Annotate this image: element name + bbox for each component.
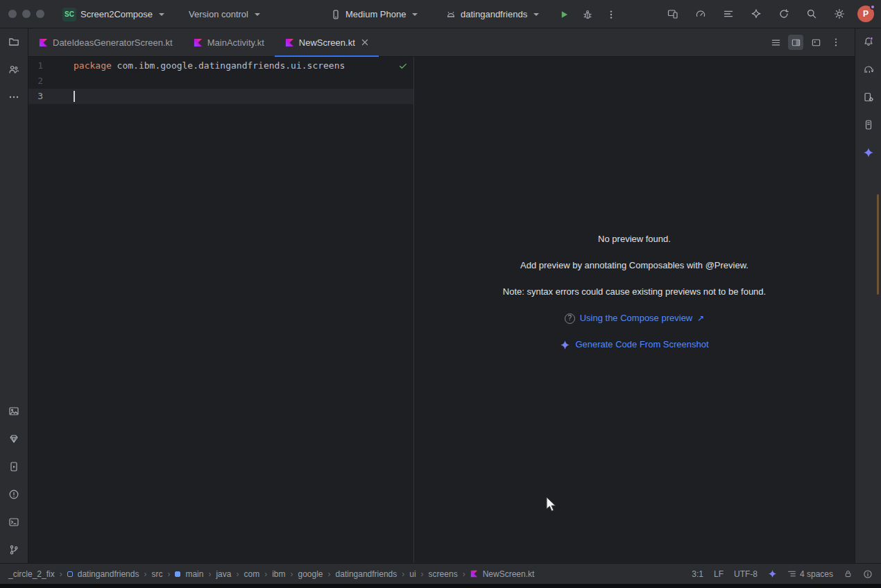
profiler-button[interactable] <box>691 4 710 24</box>
breadcrumb-separator: › <box>60 569 62 579</box>
device-mirroring-button[interactable] <box>663 4 683 24</box>
caret-position-widget[interactable]: 3:1 <box>692 569 703 579</box>
mouse-cursor <box>545 496 558 513</box>
kebab-icon <box>831 37 841 47</box>
android-studio-window: SC Screen2Compose Version control Medium… <box>0 0 881 588</box>
terminal-button[interactable] <box>4 512 24 532</box>
preview-note: Note: syntax errors could cause existing… <box>414 286 855 297</box>
avatar-initial: P <box>863 9 869 19</box>
line-number: 2 <box>28 74 43 89</box>
close-tab-button[interactable] <box>361 39 368 46</box>
breadcrumb-item[interactable]: google <box>298 569 323 579</box>
window-close-button[interactable] <box>8 10 17 18</box>
project-selector[interactable]: SC Screen2Compose <box>57 5 170 24</box>
debug-button[interactable] <box>578 5 597 24</box>
indent-widget[interactable]: 4 spaces <box>787 569 833 579</box>
kebab-icon <box>606 10 616 19</box>
ai-assistant-button[interactable] <box>746 4 766 24</box>
project-tool-button[interactable] <box>4 32 24 51</box>
breadcrumb-item[interactable]: screens <box>429 569 458 579</box>
chevron-down-icon <box>533 13 539 16</box>
left-tool-strip <box>0 28 28 563</box>
split-view-button[interactable] <box>788 35 803 50</box>
breadcrumb: _circle_2_fix › datingandfriends › src ›… <box>8 569 534 579</box>
window-zoom-button[interactable] <box>36 10 44 18</box>
sync-gradle-button[interactable] <box>774 4 794 24</box>
window-minimize-button[interactable] <box>22 10 31 18</box>
right-tool-strip <box>855 28 881 563</box>
breadcrumb-item[interactable]: _circle_2_fix <box>8 569 55 579</box>
commit-tool-button[interactable] <box>4 60 24 79</box>
module-icon <box>67 571 73 577</box>
code-view-button[interactable] <box>768 35 783 50</box>
notifications-button[interactable] <box>859 32 878 51</box>
gemini-status-widget[interactable] <box>768 569 777 578</box>
breadcrumb-item[interactable]: main <box>185 569 203 579</box>
line-number: 3 <box>28 89 43 104</box>
tab-label: NewScreen.kt <box>299 37 355 48</box>
problems-button[interactable] <box>4 485 24 504</box>
breadcrumb-separator: › <box>402 569 404 579</box>
gemini-icon <box>863 147 874 158</box>
terminal-icon <box>8 517 19 528</box>
app-icon <box>445 9 456 20</box>
inspections-widget[interactable] <box>398 61 408 73</box>
breadcrumb-separator: › <box>144 569 146 579</box>
notifications-status-button[interactable] <box>863 569 873 579</box>
chevron-down-icon <box>159 13 164 16</box>
bug-icon <box>582 9 593 20</box>
tab-newscreen[interactable]: NewScreen.kt <box>275 28 379 56</box>
encoding-widget[interactable]: UTF-8 <box>734 569 758 579</box>
breadcrumb-item[interactable]: ui <box>409 569 416 579</box>
user-avatar[interactable]: P <box>857 6 874 22</box>
breadcrumb-item[interactable]: datingandfriends <box>336 569 397 579</box>
device-explorer-button[interactable] <box>859 115 878 135</box>
build-variants-button[interactable] <box>4 429 24 449</box>
editor-more-button[interactable] <box>828 35 844 50</box>
run-button[interactable] <box>554 5 574 24</box>
breadcrumb-separator: › <box>208 569 211 579</box>
generate-link-label: Generate Code From Screenshot <box>575 339 708 350</box>
tab-mainactivity[interactable]: MainActivity.kt <box>183 28 275 56</box>
generate-code-link[interactable]: Generate Code From Screenshot <box>414 339 855 350</box>
toolbar-right: P <box>663 4 874 24</box>
line-separator-widget[interactable]: LF <box>714 569 724 579</box>
compose-preview-docs-link[interactable]: ? Using the Compose preview ↗ <box>414 313 855 324</box>
resource-manager-button[interactable] <box>4 401 24 421</box>
device-manager-button[interactable] <box>859 87 878 107</box>
titlebar: SC Screen2Compose Version control Medium… <box>0 0 881 28</box>
design-view-button[interactable] <box>808 35 823 50</box>
window-bottom-edge <box>0 584 881 588</box>
profiler-icon <box>695 8 706 19</box>
breadcrumb-separator: › <box>463 569 465 579</box>
kotlin-file-icon <box>194 38 203 47</box>
breadcrumb-item[interactable]: datingandfriends <box>78 569 139 579</box>
text-caret <box>74 91 75 102</box>
settings-button[interactable] <box>830 4 849 24</box>
breadcrumb-item[interactable]: src <box>151 569 162 579</box>
run-config-selector[interactable]: datingandfriends <box>440 5 545 24</box>
indent-icon <box>787 569 796 578</box>
running-devices-button[interactable] <box>4 457 24 476</box>
search-everywhere-button[interactable] <box>802 4 821 24</box>
readonly-toggle[interactable] <box>844 569 853 578</box>
more-tool-windows-button[interactable] <box>4 87 24 107</box>
tab-dateideasgeneratorscreen[interactable]: DateIdeasGeneratorScreen.kt <box>28 28 183 56</box>
vcs-widget[interactable]: Version control <box>183 5 266 24</box>
breadcrumb-item[interactable]: ibm <box>272 569 285 579</box>
more-actions-button[interactable] <box>601 5 621 24</box>
tab-label: DateIdeasGeneratorScreen.kt <box>53 37 173 48</box>
breadcrumb-item[interactable]: com <box>243 569 259 579</box>
version-control-button[interactable] <box>4 540 24 560</box>
external-link-icon: ↗ <box>697 313 704 324</box>
device-selector[interactable]: Medium Phone <box>325 5 423 24</box>
gradle-button[interactable] <box>859 60 878 79</box>
code-line: package com.ibm.google.datingandfriends.… <box>74 58 345 74</box>
logcat-button[interactable] <box>719 4 738 24</box>
gemini-button[interactable] <box>859 143 878 162</box>
split-view-icon <box>791 37 801 48</box>
breadcrumb-item[interactable]: NewScreen.kt <box>483 569 535 579</box>
breadcrumb-item[interactable]: java <box>216 569 231 579</box>
source-root-icon <box>175 571 180 577</box>
code-editor[interactable]: 1 2 3 package com.ibm.google.datingandfr… <box>28 57 413 563</box>
